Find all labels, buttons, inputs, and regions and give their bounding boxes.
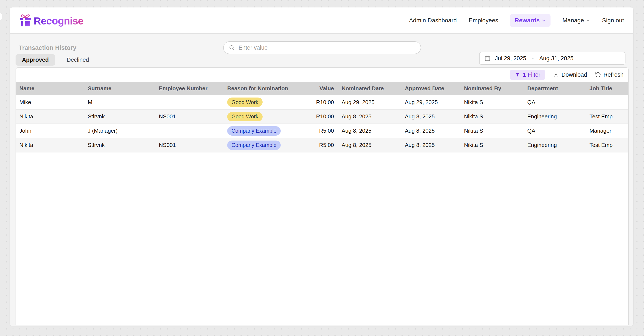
column-header-surname[interactable]: Surname	[84, 82, 156, 95]
search-bar	[223, 41, 421, 54]
main-nav: Admin Dashboard Employees Rewards Manage…	[409, 14, 624, 27]
filter-button[interactable]: 1 Filter	[510, 70, 545, 80]
chevron-down-icon	[542, 18, 546, 22]
table-row[interactable]: NikitaStlrvnkNS001Good WorkR10.00Aug 8, …	[16, 110, 629, 124]
column-header-department[interactable]: Department	[524, 82, 586, 95]
cell-approved_date: Aug 8, 2025	[402, 138, 461, 152]
column-header-name[interactable]: Name	[16, 82, 84, 95]
cell-reason: Company Example	[224, 124, 296, 138]
cell-approved_date: Aug 8, 2025	[402, 110, 461, 124]
table-header-row: NameSurnameEmployee NumberReason for Nom…	[16, 82, 629, 95]
filter-icon	[515, 72, 520, 78]
cell-nominated_date: Aug 8, 2025	[338, 124, 402, 138]
cell-nominated_date: Aug 8, 2025	[338, 110, 402, 124]
cell-employee_number: NS001	[156, 138, 224, 152]
column-header-approved_date[interactable]: Approved Date	[402, 82, 461, 95]
cell-job_title: Manager	[586, 124, 629, 138]
cell-job_title: Test Emp	[586, 110, 629, 124]
cell-name: John	[16, 124, 84, 138]
cell-reason: Company Example	[224, 138, 296, 152]
brand-logo[interactable]: Recognise	[19, 14, 84, 28]
cell-department: QA	[524, 95, 586, 110]
nav-sign-out[interactable]: Sign out	[602, 17, 624, 24]
search-icon	[229, 44, 235, 51]
app-window: Recognise Admin Dashboard Employees Rewa…	[10, 8, 633, 326]
cell-department: Engineering	[524, 138, 586, 152]
page-content: Transaction History Jul 29, 2025 - Aug 3…	[10, 34, 633, 325]
table-row[interactable]: NikitaStlrvnkNS001Company ExampleR5.00Au…	[16, 138, 629, 152]
cell-nominated_by: Nikita S	[461, 124, 524, 138]
cell-surname: Stlrvnk	[84, 138, 156, 152]
cell-value: R10.00	[296, 110, 338, 124]
cell-value: R5.00	[296, 138, 338, 152]
table-row[interactable]: JohnJ (Manager)Company ExampleR5.00Aug 8…	[16, 124, 629, 138]
refresh-button[interactable]: Refresh	[595, 72, 624, 78]
date-range-separator: -	[532, 55, 534, 62]
transactions-table-card: 1 Filter Download Refresh NameSurn	[16, 67, 629, 325]
calendar-icon	[484, 55, 491, 62]
tab-approved[interactable]: Approved	[16, 54, 55, 66]
reason-pill: Company Example	[227, 140, 281, 150]
cell-job_title	[586, 95, 629, 110]
status-tabs: Approved Declined	[16, 54, 96, 66]
date-range-picker[interactable]: Jul 29, 2025 - Aug 31, 2025	[479, 52, 626, 65]
column-header-employee_number[interactable]: Employee Number	[156, 82, 224, 95]
refresh-icon	[595, 72, 601, 78]
nav-rewards[interactable]: Rewards	[510, 14, 550, 27]
cell-nominated_date: Aug 29, 2025	[338, 95, 402, 110]
cell-surname: M	[84, 95, 156, 110]
cell-reason: Good Work	[224, 110, 296, 124]
edge-notch	[0, 14, 2, 20]
cell-department: Engineering	[524, 110, 586, 124]
page-title: Transaction History	[19, 44, 76, 51]
cell-employee_number: NS001	[156, 110, 224, 124]
cell-surname: J (Manager)	[84, 124, 156, 138]
nav-employees[interactable]: Employees	[469, 17, 498, 24]
cell-name: Nikita	[16, 110, 84, 124]
nav-admin-dashboard[interactable]: Admin Dashboard	[409, 17, 457, 24]
cell-approved_date: Aug 8, 2025	[402, 124, 461, 138]
cell-employee_number	[156, 124, 224, 138]
cell-name: Nikita	[16, 138, 84, 152]
column-header-reason[interactable]: Reason for Nomination	[224, 82, 296, 95]
cell-nominated_by: Nikita S	[461, 95, 524, 110]
reason-pill: Company Example	[227, 126, 281, 136]
cell-approved_date: Aug 29, 2025	[402, 95, 461, 110]
cell-nominated_by: Nikita S	[461, 110, 524, 124]
column-header-nominated_by[interactable]: Nominated By	[461, 82, 524, 95]
search-input[interactable]	[238, 44, 416, 51]
top-navigation-bar: Recognise Admin Dashboard Employees Rewa…	[10, 8, 633, 34]
table-toolbar: 1 Filter Download Refresh	[16, 68, 628, 82]
cell-name: Mike	[16, 95, 84, 110]
reason-pill: Good Work	[227, 112, 262, 121]
download-icon	[553, 72, 559, 78]
transactions-table: NameSurnameEmployee NumberReason for Nom…	[16, 82, 629, 152]
column-header-value[interactable]: Value	[296, 82, 338, 95]
cell-job_title: Test Emp	[586, 138, 629, 152]
table-row[interactable]: MikeMGood WorkR10.00Aug 29, 2025Aug 29, …	[16, 95, 629, 110]
date-range-start: Jul 29, 2025	[495, 55, 526, 62]
column-header-nominated_date[interactable]: Nominated Date	[338, 82, 402, 95]
date-range-end: Aug 31, 2025	[539, 55, 574, 62]
brand-name: Recognise	[34, 16, 84, 28]
download-button[interactable]: Download	[553, 72, 587, 78]
cell-nominated_date: Aug 8, 2025	[338, 138, 402, 152]
cell-value: R5.00	[296, 124, 338, 138]
reason-pill: Good Work	[227, 98, 262, 107]
gift-icon	[19, 14, 32, 28]
cell-nominated_by: Nikita S	[461, 138, 524, 152]
column-header-job_title[interactable]: Job Title	[586, 82, 629, 95]
chevron-down-icon	[586, 18, 590, 22]
cell-reason: Good Work	[224, 95, 296, 110]
cell-surname: Stlrvnk	[84, 110, 156, 124]
cell-value: R10.00	[296, 95, 338, 110]
nav-manage[interactable]: Manage	[562, 17, 590, 24]
cell-employee_number	[156, 95, 224, 110]
tab-declined[interactable]: Declined	[60, 54, 96, 66]
cell-department: QA	[524, 124, 586, 138]
